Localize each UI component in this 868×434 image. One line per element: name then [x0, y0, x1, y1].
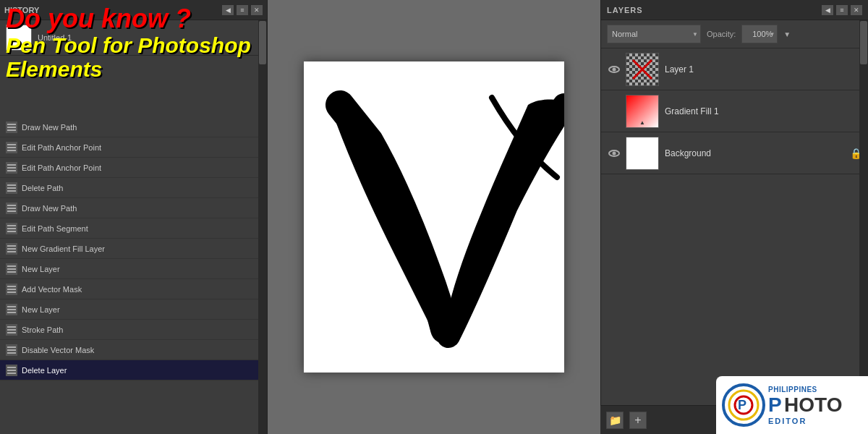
history-item[interactable]: Delete Path — [0, 178, 267, 198]
history-item[interactable]: Edit Path Segment — [0, 218, 267, 239]
opacity-dropdown-arrow[interactable]: ▼ — [783, 30, 791, 38]
history-item-icon — [6, 324, 17, 336]
history-item-label: Edit Path Segment — [22, 224, 88, 233]
history-item-icon — [6, 203, 17, 214]
create-layer-button[interactable]: + — [629, 412, 647, 429]
history-item-icon — [6, 182, 17, 194]
layers-menu-button[interactable]: ≡ — [836, 5, 848, 15]
layer-item[interactable]: Gradient Fill 1 — [601, 90, 868, 132]
history-item-label: Draw New Path — [22, 204, 77, 213]
history-header-controls: ◀ ≡ ✕ — [222, 5, 263, 15]
history-item-label: Edit Path Anchor Point — [22, 143, 101, 152]
layer-item[interactable]: Background🔒 — [601, 132, 868, 174]
canvas-area — [268, 0, 600, 434]
history-panel-title: HISTORY — [4, 6, 39, 14]
canvas-wrapper — [304, 61, 564, 373]
history-item[interactable]: Disable Vector Mask — [0, 340, 267, 360]
history-menu-button[interactable]: ≡ — [237, 5, 248, 15]
layers-panel-header: LAYERS ◀ ≡ ✕ — [601, 0, 868, 20]
history-collapse-button[interactable]: ◀ — [222, 5, 234, 15]
history-close-button[interactable]: ✕ — [251, 5, 263, 15]
history-item[interactable]: Draw New Path — [0, 117, 267, 137]
layers-scrollbar-thumb[interactable] — [860, 21, 867, 64]
opacity-input[interactable]: 100% — [741, 25, 778, 43]
layer-visibility-toggle[interactable] — [607, 104, 621, 119]
history-item[interactable]: Edit Path Anchor Point — [0, 158, 267, 178]
history-item[interactable]: Stroke Path — [0, 320, 267, 340]
opacity-label: Opacity: — [707, 30, 736, 38]
history-panel: HISTORY ◀ ≡ ✕ Untitled-1 Draw New PathEd… — [0, 0, 268, 434]
layers-header-controls: ◀ ≡ ✕ — [822, 5, 862, 15]
logo-editor-text: EDITOR — [768, 417, 842, 425]
logo-photo-hoto: HOTO — [784, 393, 842, 416]
blend-mode-select[interactable]: Normal Dissolve Multiply Screen Overlay — [607, 25, 701, 43]
layer-thumb-white — [626, 137, 658, 169]
layers-scrollbar[interactable] — [859, 20, 868, 405]
svg-text:P: P — [738, 398, 746, 412]
history-item-label: Draw New Path — [22, 123, 77, 132]
history-item[interactable]: Delete Layer — [0, 360, 267, 380]
history-scrollbar[interactable] — [258, 20, 267, 434]
layer-thumb-cross — [626, 54, 658, 85]
history-item[interactable]: New Layer — [0, 259, 267, 279]
history-item[interactable]: Draw New Path — [0, 198, 267, 218]
history-item-label: New Layer — [22, 305, 60, 314]
history-scrollbar-thumb[interactable] — [259, 21, 266, 64]
history-item[interactable]: Add Vector Mask — [0, 279, 267, 299]
history-item-icon — [6, 243, 17, 255]
history-item-label: Delete Path — [22, 184, 63, 192]
history-item-icon — [6, 263, 17, 275]
layer-name-label: Layer 1 — [665, 64, 862, 75]
history-thumbnail — [6, 25, 32, 51]
logo-circle-icon: P — [722, 383, 765, 427]
history-thumbnail-label: Untitled-1 — [38, 33, 72, 42]
history-item-icon — [6, 365, 17, 376]
history-item[interactable]: Edit Path Anchor Point — [0, 137, 267, 158]
layer-thumb-gradient — [626, 95, 658, 127]
logo-photo-p: P — [768, 393, 782, 416]
layers-panel: LAYERS ◀ ≡ ✕ Normal Dissolve Multiply Sc… — [600, 0, 868, 405]
layer-name-label: Background — [665, 148, 850, 158]
history-item[interactable]: New Gradient Fill Layer — [0, 239, 267, 259]
history-panel-header: HISTORY ◀ ≡ ✕ — [0, 0, 267, 20]
layer-name-label: Gradient Fill 1 — [665, 106, 862, 116]
history-item-label: Add Vector Mask — [22, 285, 82, 294]
layer-thumbnail — [626, 95, 659, 128]
history-thumbnail-row: Untitled-1 — [0, 20, 267, 56]
layers-collapse-button[interactable]: ◀ — [822, 5, 833, 15]
history-item-label: Disable Vector Mask — [22, 346, 94, 354]
layer-list: Layer 1Gradient Fill 1Background🔒 — [601, 48, 868, 174]
layers-close-button[interactable]: ✕ — [851, 5, 862, 15]
history-item-icon — [6, 142, 17, 153]
history-item-icon — [6, 284, 17, 295]
blend-mode-row: Normal Dissolve Multiply Screen Overlay … — [601, 20, 868, 48]
history-list: Draw New PathEdit Path Anchor PointEdit … — [0, 117, 267, 434]
layer-item[interactable]: Layer 1 — [601, 48, 868, 90]
logo-philippines-text: PHILIPPINES — [768, 386, 842, 393]
opacity-select-wrapper: 100% — [741, 25, 778, 43]
logo-text-block: PHILIPPINES P HOTO EDITOR — [768, 386, 842, 425]
history-item-icon — [6, 162, 17, 174]
layer-thumbnail — [626, 137, 659, 170]
history-item-icon — [6, 122, 17, 133]
history-item-label: Delete Layer — [22, 366, 67, 375]
history-item[interactable]: New Layer — [0, 299, 267, 320]
layer-visibility-toggle[interactable] — [607, 62, 621, 77]
history-item-label: New Layer — [22, 265, 60, 273]
layers-panel-title: LAYERS — [607, 6, 643, 14]
blend-mode-select-wrapper: Normal Dissolve Multiply Screen Overlay — [607, 25, 701, 43]
layer-thumbnail — [626, 53, 659, 86]
logo-area: P PHILIPPINES P HOTO EDITOR — [716, 376, 868, 434]
eye-icon — [608, 66, 620, 73]
history-item-label: New Gradient Fill Layer — [22, 244, 105, 253]
history-item-icon — [6, 223, 17, 234]
history-item-label: Stroke Path — [22, 326, 63, 334]
history-item-icon — [6, 304, 17, 315]
create-group-button[interactable]: 📁 — [606, 412, 624, 429]
canvas-drawing — [304, 61, 564, 373]
logo-photo-row: P HOTO — [768, 393, 842, 417]
eye-icon — [608, 150, 620, 157]
history-item-icon — [6, 344, 17, 356]
history-item-label: Edit Path Anchor Point — [22, 163, 101, 172]
layer-visibility-toggle[interactable] — [607, 146, 621, 161]
